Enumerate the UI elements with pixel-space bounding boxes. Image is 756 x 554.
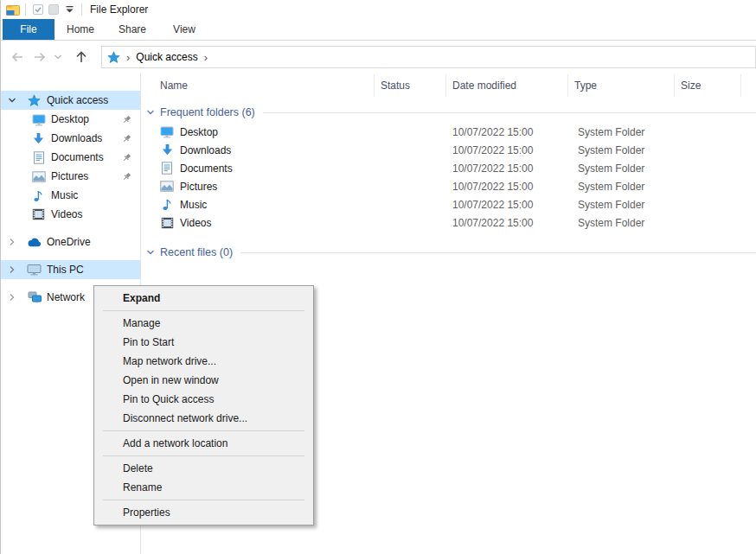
- menu-item-open-in-new-window[interactable]: Open in new window: [94, 371, 313, 390]
- address-bar[interactable]: › Quick access ›: [101, 46, 756, 68]
- properties-check-icon[interactable]: [30, 2, 46, 17]
- up-icon[interactable]: [70, 46, 93, 68]
- tab-view[interactable]: View: [158, 19, 210, 40]
- sidebar-item-pictures[interactable]: Pictures: [1, 167, 140, 186]
- column-header-name[interactable]: Name: [141, 74, 375, 97]
- file-date-modified: 10/07/2022 15:00: [446, 162, 568, 175]
- sidebar-item-label: OneDrive: [47, 236, 91, 248]
- back-icon[interactable]: [6, 46, 29, 68]
- sidebar-item-quick-access[interactable]: Quick access: [1, 91, 140, 110]
- file-name: Desktop: [180, 126, 218, 138]
- menu-item-map-network-drive[interactable]: Map network drive...: [94, 352, 313, 371]
- menu-item-add-network-location[interactable]: Add a network location: [94, 434, 313, 453]
- group-label: Frequent folders (6): [160, 106, 255, 118]
- breadcrumb-chevron-icon: ›: [126, 51, 130, 64]
- sidebar-item-documents[interactable]: Documents: [1, 148, 140, 167]
- documents-icon: [160, 162, 174, 175]
- onedrive-icon: [27, 238, 42, 247]
- documents-icon: [31, 151, 46, 164]
- pin-icon: [122, 172, 131, 181]
- tab-home[interactable]: Home: [54, 19, 106, 40]
- file-name: Videos: [180, 217, 211, 229]
- customize-qat-dropdown-icon[interactable]: [61, 2, 77, 17]
- file-row-music[interactable]: Music 10/07/2022 15:00 System Folder: [141, 195, 756, 213]
- file-row-videos[interactable]: Videos 10/07/2022 15:00 System Folder: [141, 213, 756, 232]
- videos-icon: [31, 208, 46, 220]
- tab-file[interactable]: File: [3, 19, 54, 40]
- sidebar-item-desktop[interactable]: Desktop: [1, 110, 140, 129]
- file-date-modified: 10/07/2022 15:00: [446, 144, 568, 156]
- menu-separator: [103, 500, 304, 500]
- file-name: Pictures: [180, 181, 217, 193]
- chevron-down-icon[interactable]: [8, 96, 27, 105]
- file-date-modified: 10/07/2022 15:00: [446, 126, 568, 138]
- file-row-downloads[interactable]: Downloads 10/07/2022 15:00 System Folder: [141, 141, 756, 159]
- menu-item-properties[interactable]: Properties: [94, 503, 313, 522]
- file-type: System Folder: [568, 126, 675, 138]
- file-date-modified: 10/07/2022 15:00: [446, 217, 568, 229]
- chevron-down-icon[interactable]: [146, 248, 155, 257]
- downloads-icon: [31, 132, 46, 145]
- this-pc-icon: [27, 264, 42, 276]
- column-header-size[interactable]: Size: [675, 74, 741, 97]
- sidebar-item-videos[interactable]: Videos: [1, 205, 140, 224]
- sidebar-item-label: Videos: [51, 208, 82, 220]
- group-divider: [240, 252, 756, 253]
- file-row-desktop[interactable]: Desktop 10/07/2022 15:00 System Folder: [141, 123, 756, 141]
- recent-locations-dropdown-icon[interactable]: [51, 46, 65, 68]
- qat-separator: [81, 3, 82, 16]
- chevron-right-icon[interactable]: [8, 293, 27, 302]
- group-header-recent-files[interactable]: Recent files (0): [141, 244, 756, 261]
- menu-item-rename[interactable]: Rename: [94, 478, 313, 497]
- file-type: System Folder: [568, 181, 675, 193]
- sidebar-item-this-pc[interactable]: This PC: [1, 260, 140, 279]
- file-row-documents[interactable]: Documents 10/07/2022 15:00 System Folder: [141, 159, 756, 177]
- pictures-icon: [31, 171, 46, 182]
- sidebar-item-downloads[interactable]: Downloads: [1, 129, 140, 148]
- quick-access-star-icon: [107, 51, 120, 64]
- network-icon: [27, 291, 42, 303]
- file-explorer-logo-icon: [5, 2, 21, 17]
- menu-item-expand[interactable]: Expand: [94, 289, 313, 308]
- quick-access-star-icon: [27, 94, 42, 107]
- sidebar-item-label: Desktop: [51, 113, 89, 125]
- chevron-down-icon[interactable]: [146, 108, 155, 117]
- pin-icon: [122, 153, 131, 162]
- sidebar-item-onedrive[interactable]: OneDrive: [1, 232, 140, 252]
- sidebar-item-label: Quick access: [47, 94, 108, 106]
- menu-separator: [103, 455, 304, 456]
- column-header-type[interactable]: Type: [568, 74, 675, 97]
- music-icon: [160, 198, 174, 211]
- file-explorer-window: File Explorer File Home Share View: [0, 0, 756, 554]
- window-title: File Explorer: [90, 3, 148, 16]
- forward-icon[interactable]: [29, 46, 51, 68]
- chevron-right-icon[interactable]: [8, 238, 27, 246]
- menu-item-pin-to-start[interactable]: Pin to Start: [94, 333, 313, 352]
- sidebar-item-label: Network: [47, 291, 85, 303]
- breadcrumb-quick-access[interactable]: Quick access: [136, 51, 197, 63]
- group-label: Recent files (0): [160, 246, 233, 258]
- breadcrumb-chevron-icon[interactable]: ›: [204, 51, 208, 64]
- menu-item-manage[interactable]: Manage: [94, 314, 313, 333]
- menu-item-delete[interactable]: Delete: [94, 459, 313, 478]
- downloads-icon: [160, 143, 174, 156]
- column-header-date-modified[interactable]: Date modified: [446, 74, 568, 97]
- file-row-pictures[interactable]: Pictures 10/07/2022 15:00 System Folder: [141, 177, 756, 195]
- group-header-frequent-folders[interactable]: Frequent folders (6): [141, 104, 756, 121]
- pin-icon: [122, 115, 131, 124]
- menu-item-disconnect-network-drive[interactable]: Disconnect network drive...: [94, 409, 313, 428]
- file-name: Documents: [180, 162, 233, 175]
- sidebar-item-music[interactable]: Music: [1, 186, 140, 205]
- menu-separator: [103, 430, 304, 431]
- pictures-icon: [160, 181, 174, 192]
- menu-item-pin-to-quick-access[interactable]: Pin to Quick access: [94, 390, 313, 409]
- file-name: Music: [180, 199, 207, 211]
- chevron-right-icon[interactable]: [8, 265, 27, 274]
- title-bar: File Explorer: [1, 0, 756, 19]
- tab-share[interactable]: Share: [106, 19, 158, 40]
- new-folder-icon[interactable]: [46, 2, 61, 17]
- qat-separator: [25, 3, 26, 16]
- desktop-icon: [160, 125, 174, 138]
- ribbon-tabs: File Home Share View: [1, 19, 756, 41]
- column-header-status[interactable]: Status: [375, 74, 446, 97]
